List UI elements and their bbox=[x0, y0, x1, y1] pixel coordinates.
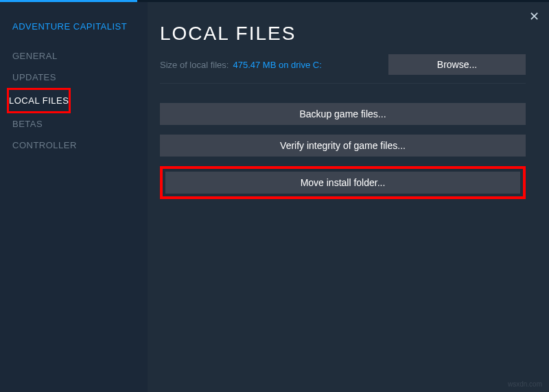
sidebar-item-updates[interactable]: UPDATES bbox=[12, 67, 56, 88]
sidebar-item-local-files[interactable]: LOCAL FILES bbox=[7, 88, 71, 113]
move-install-button[interactable]: Move install folder... bbox=[165, 172, 520, 194]
divider bbox=[160, 83, 526, 84]
close-icon[interactable]: ✕ bbox=[529, 9, 539, 24]
move-button-highlight: Move install folder... bbox=[160, 166, 526, 199]
page-title: LOCAL FILES bbox=[160, 23, 526, 45]
watermark: wsxdn.com bbox=[508, 380, 542, 388]
main-panel: ✕ LOCAL FILES Size of local files: 475.4… bbox=[148, 2, 549, 392]
size-label: Size of local files: bbox=[160, 60, 229, 70]
sidebar-item-general[interactable]: GENERAL bbox=[12, 45, 58, 67]
browse-button[interactable]: Browse... bbox=[388, 54, 526, 75]
game-title: ADVENTURE CAPITALIST bbox=[12, 21, 148, 32]
sidebar: ADVENTURE CAPITALIST GENERAL UPDATES LOC… bbox=[0, 2, 148, 392]
sidebar-item-betas[interactable]: BETAS bbox=[12, 113, 43, 135]
size-row: Size of local files: 475.47 MB on drive … bbox=[160, 54, 526, 75]
backup-button[interactable]: Backup game files... bbox=[160, 103, 526, 125]
main-container: ADVENTURE CAPITALIST GENERAL UPDATES LOC… bbox=[0, 2, 549, 392]
sidebar-item-controller[interactable]: CONTROLLER bbox=[12, 135, 77, 156]
size-value: 475.47 MB on drive C: bbox=[233, 60, 321, 70]
verify-button[interactable]: Verify integrity of game files... bbox=[160, 135, 526, 157]
